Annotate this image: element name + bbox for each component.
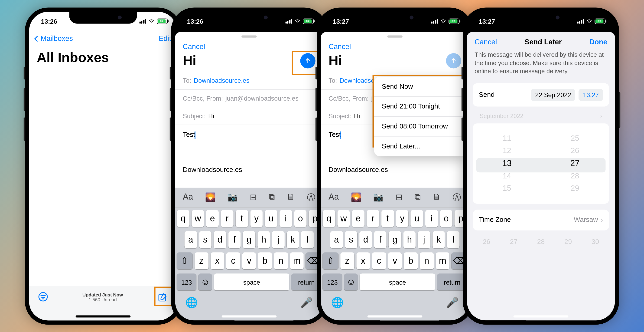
key-b[interactable]: b — [258, 252, 272, 269]
scan-text-icon[interactable]: ⊟ — [396, 192, 403, 203]
sheet-handle[interactable] — [242, 35, 257, 38]
key-h[interactable]: h — [258, 231, 270, 248]
key-a[interactable]: a — [184, 231, 197, 248]
key-a[interactable]: a — [330, 231, 343, 248]
key-y[interactable]: y — [250, 210, 262, 227]
globe-icon[interactable]: 🌐 — [185, 297, 198, 308]
key-l[interactable]: l — [301, 231, 314, 248]
key-r[interactable]: r — [221, 210, 233, 227]
scan-doc-icon[interactable]: ⧉ — [269, 192, 275, 203]
key-w[interactable]: w — [337, 210, 350, 227]
send-button[interactable] — [446, 53, 462, 68]
key-g[interactable]: g — [389, 231, 401, 248]
key-m[interactable]: m — [290, 252, 304, 269]
key-z[interactable]: z — [194, 252, 208, 269]
home-indicator[interactable] — [76, 315, 130, 317]
key-v[interactable]: v — [388, 252, 402, 269]
shift-key[interactable]: ⇧ — [323, 252, 338, 269]
key-r[interactable]: r — [367, 210, 379, 227]
key-u[interactable]: u — [411, 210, 423, 227]
key-l[interactable]: l — [447, 231, 460, 248]
key-f[interactable]: f — [374, 231, 387, 248]
emoji-key[interactable]: ☺ — [198, 273, 212, 290]
edit-button[interactable]: Edit — [158, 34, 171, 43]
document-icon[interactable]: 🗎 — [432, 192, 441, 203]
done-button[interactable]: Done — [590, 38, 607, 46]
text-format-icon[interactable]: Aa — [329, 192, 339, 203]
text-format-icon[interactable]: Aa — [183, 192, 193, 203]
key-m[interactable]: m — [436, 252, 450, 269]
key-d[interactable]: d — [360, 231, 372, 248]
cancel-button[interactable]: Cancel — [474, 38, 497, 46]
key-o[interactable]: o — [294, 210, 307, 227]
key-b[interactable]: b — [404, 252, 418, 269]
key-v[interactable]: v — [242, 252, 256, 269]
key-g[interactable]: g — [243, 231, 255, 248]
numbers-key[interactable]: 123 — [323, 273, 342, 290]
compose-button[interactable] — [158, 292, 168, 302]
key-x[interactable]: x — [356, 252, 370, 269]
key-w[interactable]: w — [192, 210, 204, 227]
timezone-row[interactable]: Time Zone Warsaw › — [473, 209, 609, 230]
key-e[interactable]: e — [352, 210, 364, 227]
photo-icon[interactable]: 🌄 — [205, 192, 216, 203]
keyboard[interactable]: Aa 🌄 📷 ⊟ ⧉ 🗎 Ⓐ qwertyuiop asdfghjkl ⇧ zx… — [175, 187, 323, 320]
home-indicator[interactable] — [368, 315, 422, 317]
emoji-key[interactable]: ☺ — [344, 273, 358, 290]
back-button[interactable]: Mailboxes — [35, 34, 73, 43]
cancel-button[interactable]: Cancel — [175, 38, 323, 53]
markup-icon[interactable]: Ⓐ — [307, 192, 315, 203]
mic-icon[interactable]: 🎤 — [446, 297, 459, 308]
key-i[interactable]: i — [279, 210, 292, 227]
key-j[interactable]: j — [272, 231, 284, 248]
key-t[interactable]: t — [236, 210, 248, 227]
subject-field[interactable]: Subject: Hi — [175, 107, 323, 125]
key-d[interactable]: d — [214, 231, 226, 248]
home-indicator[interactable] — [222, 315, 276, 317]
time-chip[interactable]: 13:27 — [579, 89, 603, 101]
key-t[interactable]: t — [382, 210, 394, 227]
filter-icon[interactable] — [38, 292, 48, 301]
globe-icon[interactable]: 🌐 — [331, 297, 344, 308]
body-input[interactable]: Test — [175, 125, 323, 145]
space-key[interactable]: space — [214, 273, 289, 290]
key-h[interactable]: h — [403, 231, 416, 248]
photo-icon[interactable]: 🌄 — [351, 192, 362, 203]
document-icon[interactable]: 🗎 — [286, 192, 295, 203]
time-picker-wheel[interactable]: 11 12 13 14 15 25 26 27 28 29 — [473, 123, 609, 203]
key-f[interactable]: f — [228, 231, 241, 248]
keyboard[interactable]: Aa 🌄 📷 ⊟ ⧉ 🗎 Ⓐ qwertyuiop asdfghjkl ⇧ zx… — [321, 187, 469, 320]
to-field[interactable]: To: Downloadsource.es — [175, 72, 323, 90]
key-i[interactable]: i — [425, 210, 438, 227]
key-o[interactable]: o — [440, 210, 452, 227]
key-q[interactable]: q — [323, 210, 335, 227]
key-s[interactable]: s — [199, 231, 212, 248]
popup-send-tonight[interactable]: Send 21:00 Tonight — [374, 97, 466, 117]
key-u[interactable]: u — [265, 210, 277, 227]
key-n[interactable]: n — [274, 252, 288, 269]
space-key[interactable]: space — [360, 273, 435, 290]
shift-key[interactable]: ⇧ — [177, 252, 192, 269]
camera-icon[interactable]: 📷 — [227, 192, 238, 203]
wheel-minutes[interactable]: 25 26 27 28 29 — [541, 127, 609, 199]
wheel-hours[interactable]: 11 12 13 14 15 — [473, 127, 541, 199]
key-k[interactable]: k — [286, 231, 299, 248]
cancel-button[interactable]: Cancel — [321, 38, 469, 53]
key-c[interactable]: c — [372, 252, 386, 269]
popup-send-now[interactable]: Send Now — [374, 77, 466, 97]
key-j[interactable]: j — [418, 231, 430, 248]
key-n[interactable]: n — [420, 252, 434, 269]
home-indicator[interactable] — [514, 315, 568, 317]
key-q[interactable]: q — [177, 210, 189, 227]
popup-send-later[interactable]: Send Later... — [374, 136, 466, 156]
popup-send-tomorrow[interactable]: Send 08:00 Tomorrow — [374, 117, 466, 137]
key-x[interactable]: x — [210, 252, 224, 269]
date-chip[interactable]: 22 Sep 2022 — [531, 89, 575, 101]
send-button[interactable] — [300, 53, 316, 68]
key-c[interactable]: c — [226, 252, 240, 269]
scan-text-icon[interactable]: ⊟ — [250, 192, 257, 203]
scan-doc-icon[interactable]: ⧉ — [415, 192, 420, 203]
cc-field[interactable]: Cc/Bcc, From: juan@downloadsource.es — [175, 90, 323, 107]
numbers-key[interactable]: 123 — [177, 273, 196, 290]
key-e[interactable]: e — [206, 210, 219, 227]
